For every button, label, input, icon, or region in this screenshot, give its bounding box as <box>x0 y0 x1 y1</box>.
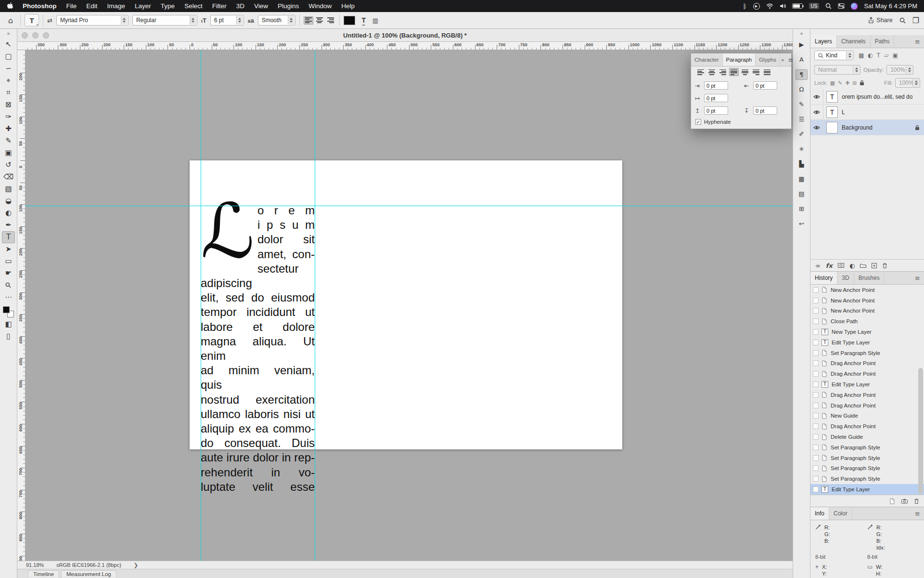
foreground-color-swatch[interactable] <box>3 306 10 313</box>
tab-measurement-log[interactable]: Measurement Log <box>61 570 116 578</box>
home-icon[interactable]: ⌂ <box>5 16 16 25</box>
tool-type[interactable]: T <box>2 231 15 243</box>
menu-help[interactable]: Help <box>336 2 359 10</box>
tool-move[interactable]: ↖ <box>2 39 15 51</box>
tab-info[interactable]: Info <box>810 507 829 520</box>
layer-thumbnail[interactable] <box>826 122 838 133</box>
layer-row[interactable]: Background <box>810 120 924 135</box>
history-source-well[interactable] <box>813 434 819 440</box>
history-state[interactable]: Set Paragraph Style <box>810 463 924 474</box>
font-style-select[interactable]: Regular <box>132 15 197 26</box>
panel-menu-icon[interactable]: ≡ <box>911 272 924 284</box>
history-state[interactable]: TNew Type Layer <box>810 327 924 337</box>
new-group-icon[interactable] <box>860 263 866 268</box>
align-left-icon[interactable] <box>304 16 313 25</box>
tool-dodge[interactable]: ◐ <box>2 207 15 219</box>
zoom-level[interactable]: 91.18% <box>26 562 44 568</box>
now-playing-icon[interactable]: ▶ <box>753 2 760 10</box>
menu-window[interactable]: Window <box>304 2 336 10</box>
quick-mask-icon[interactable]: ◧ <box>2 318 15 330</box>
share-button[interactable]: Share <box>868 17 892 24</box>
tool-object-selection[interactable]: ⌖ <box>2 75 15 87</box>
layer-thumbnail[interactable]: T <box>826 91 838 103</box>
menu-type[interactable]: Type <box>156 2 180 10</box>
panel-icon-actions[interactable]: ▶ <box>796 39 808 50</box>
delete-state-icon[interactable] <box>914 498 919 504</box>
menu-select[interactable]: Select <box>180 2 207 10</box>
space-before-field[interactable]: 0 pt <box>704 106 728 115</box>
add-layer-mask-icon[interactable] <box>838 263 844 268</box>
align-left-icon[interactable] <box>696 68 706 76</box>
tool-healing-brush[interactable]: ✚ <box>2 123 15 135</box>
volume-icon[interactable] <box>780 2 786 10</box>
tool-pen[interactable]: ✒ <box>2 219 15 231</box>
history-source-well[interactable] <box>813 381 819 387</box>
spotlight-icon[interactable] <box>825 2 832 10</box>
workspace-switcher-icon[interactable]: ❐ <box>912 16 919 25</box>
panel-icon-styles[interactable]: ▤ <box>796 189 808 199</box>
history-source-well[interactable] <box>813 371 819 377</box>
tab-character[interactable]: Character <box>691 53 723 66</box>
menu-view[interactable]: View <box>249 2 273 10</box>
screen-mode-icon[interactable]: ▯ <box>2 330 15 342</box>
history-source-well[interactable] <box>813 392 819 398</box>
panel-menu-icon[interactable]: ≡ <box>911 507 924 520</box>
lock-transparency-icon[interactable]: ▩ <box>830 80 835 86</box>
layer-visibility-toggle[interactable] <box>810 120 823 135</box>
opacity-select[interactable]: 100% <box>886 65 913 75</box>
font-size-select[interactable]: 6 pt <box>210 15 244 26</box>
tab-timeline[interactable]: Timeline <box>28 570 59 578</box>
vertical-guide[interactable] <box>315 50 315 561</box>
panel-icon-paragraph-styles[interactable]: ☰ <box>796 114 808 125</box>
wifi-icon[interactable] <box>766 2 773 10</box>
tool-frame[interactable]: ⊠ <box>2 99 15 111</box>
tool-eraser[interactable]: ⌫ <box>2 171 15 183</box>
vertical-ruler[interactable]: 2001501005005010015020025030035040045050… <box>17 50 26 561</box>
text-color-swatch[interactable] <box>344 16 355 25</box>
history-state[interactable]: Set Paragraph Style <box>810 473 924 484</box>
panel-icon-character[interactable]: A <box>796 54 808 65</box>
toggle-panels-icon[interactable]: ▥ <box>372 17 378 24</box>
lock-artboard-icon[interactable]: ⊞ <box>852 80 857 86</box>
hyphenate-checkbox[interactable]: ✓ <box>695 119 701 125</box>
align-center-icon[interactable] <box>707 68 717 76</box>
history-source-well[interactable] <box>813 465 819 471</box>
tool-lasso[interactable]: ∽ <box>2 63 15 75</box>
tab-brushes[interactable]: Brushes <box>854 272 885 284</box>
history-source-well[interactable] <box>813 350 819 356</box>
layer-effects-icon[interactable]: fx <box>826 262 833 269</box>
bit-depth-label[interactable]: 8-bit <box>815 554 867 560</box>
fill-select[interactable]: 100% <box>895 78 920 88</box>
menu-edit[interactable]: Edit <box>81 2 102 10</box>
history-state[interactable]: TEdit Type Layer <box>810 337 924 348</box>
history-source-well[interactable] <box>813 287 819 293</box>
document-canvas[interactable]: ℒ o r e mi p s u mdolor sitamet, con-sec… <box>190 160 622 449</box>
new-document-from-state-icon[interactable] <box>889 498 895 504</box>
tool-history-brush[interactable]: ↺ <box>2 159 15 171</box>
align-center-icon[interactable] <box>315 16 324 25</box>
align-right-icon[interactable] <box>326 16 335 25</box>
anti-alias-select[interactable]: Smooth <box>258 15 295 26</box>
space-after-field[interactable]: 0 pt <box>753 106 777 115</box>
panel-menu-icon[interactable]: ≡ <box>785 53 796 66</box>
filter-pixel-layers-icon[interactable]: ▦ <box>859 52 864 59</box>
search-icon[interactable] <box>899 17 906 24</box>
justify-last-right-icon[interactable] <box>751 68 761 76</box>
history-state[interactable]: Set Paragraph Style <box>810 442 924 453</box>
layer-visibility-toggle[interactable] <box>810 105 823 119</box>
status-menu-chevron[interactable]: ❯ <box>134 562 138 568</box>
text-orientation-icon[interactable]: ⇄ <box>47 17 52 24</box>
right-indent-field[interactable]: 0 pt <box>753 81 777 90</box>
history-source-well[interactable] <box>813 445 819 450</box>
link-layers-icon[interactable]: ∞ <box>815 262 821 269</box>
font-family-select[interactable]: Myriad Pro <box>56 15 128 26</box>
tool-crop[interactable]: ⌗ <box>2 87 15 99</box>
tool-brush[interactable]: ✎ <box>2 135 15 147</box>
new-layer-icon[interactable] <box>872 263 877 268</box>
tab-glyphs[interactable]: Glyphs <box>756 53 780 66</box>
justify-all-icon[interactable] <box>762 68 772 76</box>
layer-thumbnail[interactable]: T <box>826 106 838 118</box>
lock-position-icon[interactable]: ✚ <box>845 80 849 86</box>
tool-clone-stamp[interactable]: ▣ <box>2 147 15 159</box>
tool-eyedropper[interactable]: ✑ <box>2 111 15 123</box>
